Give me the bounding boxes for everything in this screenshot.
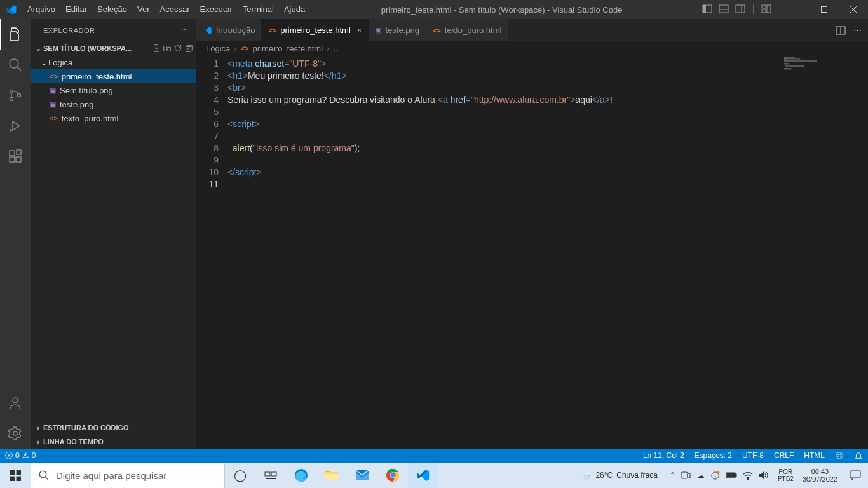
taskbar-notifications-icon[interactable] bbox=[843, 470, 868, 480]
timeline-section-header[interactable]: › LINHA DO TEMPO bbox=[31, 435, 196, 449]
activity-extensions-icon[interactable] bbox=[0, 141, 31, 172]
tab-close-icon[interactable]: × bbox=[357, 25, 362, 35]
svg-rect-8 bbox=[767, 5, 771, 13]
activity-explorer-icon[interactable] bbox=[0, 19, 31, 50]
editor-tab[interactable]: ▣teste.png bbox=[369, 19, 426, 41]
outline-section-header[interactable]: › ESTRUTURA DO CÓDIGO bbox=[31, 421, 196, 435]
file-label: primeiro_teste.html bbox=[62, 72, 132, 81]
tray-meet-now-icon[interactable] bbox=[681, 471, 691, 480]
taskbar-explorer-icon[interactable] bbox=[316, 463, 347, 488]
breadcrumbs[interactable]: Lógica › <> primeiro_teste.html › ... bbox=[196, 41, 868, 55]
status-eol[interactable]: CRLF bbox=[769, 451, 799, 460]
tray-update-icon[interactable] bbox=[710, 471, 720, 480]
customize-layout-icon[interactable] bbox=[761, 4, 771, 16]
file-item[interactable]: ▣Sem título.png bbox=[31, 83, 196, 97]
maximize-button[interactable] bbox=[810, 0, 839, 19]
lang-line1: POR bbox=[778, 468, 794, 475]
status-problems[interactable]: ⓧ0 ⚠0 bbox=[0, 451, 41, 461]
taskbar-mail-icon[interactable] bbox=[347, 463, 377, 488]
breadcrumb-file[interactable]: primeiro_teste.html bbox=[253, 44, 323, 53]
html-file-icon: <> bbox=[50, 114, 58, 122]
taskbar-cortana-icon[interactable]: ◯ bbox=[225, 463, 255, 488]
code-editor[interactable]: 1234567891011 <meta charset="UTF-8"><h1>… bbox=[196, 55, 868, 449]
workspace-section-header[interactable]: ⌄ SEM TÍTULO (WORKSPA... bbox=[31, 41, 196, 55]
svg-rect-23 bbox=[17, 150, 21, 154]
activity-account-icon[interactable] bbox=[0, 388, 31, 418]
folder-label: Lógica bbox=[48, 58, 72, 67]
activity-debug-icon[interactable] bbox=[0, 111, 31, 141]
menu-arquivo[interactable]: Arquivo bbox=[22, 0, 60, 19]
new-folder-icon[interactable] bbox=[163, 44, 172, 53]
file-item[interactable]: <>primeiro_teste.html bbox=[31, 69, 196, 83]
activity-search-icon[interactable] bbox=[0, 50, 31, 80]
code-content[interactable]: <meta charset="UTF-8"><h1>Meu primeiro t… bbox=[227, 55, 868, 449]
taskbar-weather[interactable]: 🌧️ 26°C Chuva fraca bbox=[574, 471, 665, 480]
folder-logica[interactable]: ⌄ Lógica bbox=[31, 55, 196, 69]
toggle-panel-icon[interactable] bbox=[719, 4, 729, 16]
editor-tab[interactable]: Introdução bbox=[196, 19, 262, 41]
line-number: 10 bbox=[196, 166, 219, 179]
line-number: 11 bbox=[196, 179, 219, 191]
taskbar-edge-icon[interactable] bbox=[286, 463, 316, 488]
line-number: 5 bbox=[196, 106, 219, 118]
taskbar-search[interactable]: Digite aqui para pesquisar bbox=[31, 463, 225, 488]
line-number: 3 bbox=[196, 82, 219, 94]
taskbar-chrome-icon[interactable] bbox=[377, 463, 408, 488]
start-button[interactable] bbox=[0, 463, 31, 488]
editor-tab[interactable]: <>texto_puro.html bbox=[426, 19, 508, 41]
tray-chevron-up-icon[interactable]: ˄ bbox=[670, 471, 675, 480]
status-notifications-icon[interactable] bbox=[849, 451, 868, 460]
file-item[interactable]: ▣teste.png bbox=[31, 97, 196, 111]
menu-ver[interactable]: Ver bbox=[132, 0, 155, 19]
svg-point-17 bbox=[10, 98, 13, 101]
weather-icon: 🌧️ bbox=[582, 471, 592, 480]
timeline-label: LINHA DO TEMPO bbox=[43, 438, 104, 445]
menu-acessar[interactable]: Acessar bbox=[155, 0, 195, 19]
file-item[interactable]: <>texto_puro.html bbox=[31, 111, 196, 125]
menu-executar[interactable]: Executar bbox=[195, 0, 238, 19]
taskbar-language[interactable]: POR PTB2 bbox=[774, 468, 797, 482]
chevron-right-icon: › bbox=[234, 44, 236, 53]
menu-selecao[interactable]: Seleção bbox=[92, 0, 132, 19]
collapse-all-icon[interactable] bbox=[184, 44, 193, 53]
svg-rect-21 bbox=[10, 157, 15, 162]
breadcrumb-folder[interactable]: Lógica bbox=[206, 44, 230, 53]
activity-settings-icon[interactable] bbox=[0, 418, 31, 449]
weather-text: Chuva fraca bbox=[616, 471, 658, 480]
taskbar-taskview-icon[interactable] bbox=[255, 463, 286, 488]
taskbar-vscode-icon[interactable] bbox=[408, 463, 438, 488]
svg-rect-5 bbox=[736, 5, 745, 13]
toggle-secondary-sidebar-icon[interactable] bbox=[735, 4, 745, 16]
svg-point-52 bbox=[390, 473, 395, 477]
editor-tab[interactable]: <>primeiro_teste.html× bbox=[262, 19, 369, 41]
split-editor-icon[interactable] bbox=[836, 25, 846, 36]
status-indentation[interactable]: Espaços: 2 bbox=[689, 451, 737, 460]
html-file-icon: <> bbox=[50, 72, 58, 80]
tray-wifi-icon[interactable] bbox=[743, 471, 753, 480]
tray-volume-icon[interactable] bbox=[759, 471, 769, 480]
new-file-icon[interactable] bbox=[152, 44, 161, 53]
svg-point-24 bbox=[13, 398, 18, 403]
more-actions-icon[interactable]: ⋯ bbox=[853, 25, 862, 35]
search-icon bbox=[38, 470, 50, 481]
minimize-button[interactable] bbox=[780, 0, 810, 19]
breadcrumb-more[interactable]: ... bbox=[333, 44, 340, 53]
warning-icon: ⚠ bbox=[22, 451, 29, 460]
close-button[interactable] bbox=[839, 0, 868, 19]
status-encoding[interactable]: UTF-8 bbox=[737, 451, 769, 460]
status-feedback-icon[interactable] bbox=[830, 451, 849, 460]
minimap[interactable]: ████████████████████████████████████████… bbox=[783, 55, 859, 449]
tray-onedrive-icon[interactable]: ☁ bbox=[696, 471, 705, 480]
toggle-primary-sidebar-icon[interactable] bbox=[702, 4, 712, 16]
status-cursor-position[interactable]: Ln 11, Col 2 bbox=[638, 451, 689, 460]
activity-scm-icon[interactable] bbox=[0, 80, 31, 111]
menu-editar[interactable]: Editar bbox=[60, 0, 92, 19]
tray-battery-icon[interactable] bbox=[726, 471, 737, 479]
sidebar-more-icon[interactable]: ⋯ bbox=[179, 26, 191, 34]
menu-ajuda[interactable]: Ajuda bbox=[279, 0, 310, 19]
menu-terminal[interactable]: Terminal bbox=[238, 0, 279, 19]
refresh-icon[interactable] bbox=[173, 44, 182, 53]
svg-rect-11 bbox=[822, 7, 827, 13]

    taskbar-clock[interactable]: 00:43 30/07/2022 bbox=[797, 468, 843, 483]
status-language[interactable]: HTML bbox=[799, 451, 830, 460]
